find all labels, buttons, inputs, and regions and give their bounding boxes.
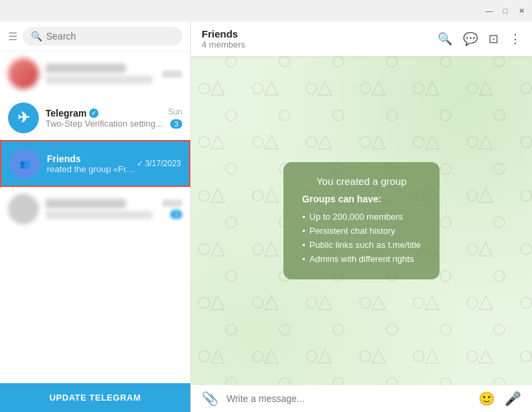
chat-header: Friends 4 members 🔍 💬 ⊡ ⋮ bbox=[191, 21, 532, 56]
message-input-bar: 📎 🙂 🎤 bbox=[191, 385, 532, 412]
hamburger-icon[interactable]: ☰ bbox=[8, 30, 17, 43]
search-bar: ☰ 🔍 bbox=[0, 21, 190, 52]
blurred-name bbox=[46, 199, 126, 208]
list-item: Admins with different rights bbox=[302, 252, 421, 266]
chat-info bbox=[46, 199, 162, 219]
blurred-time bbox=[162, 70, 182, 78]
chat-time: Sun bbox=[168, 107, 182, 117]
chat-meta: Sun 3 bbox=[168, 107, 182, 129]
chat-preview: reated the group «Frie... bbox=[47, 164, 137, 174]
maximize-button[interactable]: □ bbox=[500, 5, 511, 16]
chat-info: Telegram ✓ Two-Step Verification setting… bbox=[46, 108, 168, 129]
list-item[interactable]: 3 bbox=[0, 187, 190, 231]
search-magnifier-icon: 🔍 bbox=[31, 31, 42, 42]
chat-name: Friends bbox=[47, 153, 137, 164]
search-chat-icon[interactable]: 🔍 bbox=[438, 31, 452, 46]
close-button[interactable]: ✕ bbox=[516, 5, 527, 16]
attach-icon[interactable]: 📎 bbox=[202, 391, 218, 407]
list-item[interactable] bbox=[0, 52, 190, 96]
list-item: Up to 200,000 members bbox=[302, 210, 421, 224]
message-input[interactable] bbox=[226, 393, 470, 404]
app-body: ☰ 🔍 ✈ bbox=[0, 21, 532, 412]
info-card-subtitle: Groups can have: bbox=[302, 194, 421, 204]
chat-info: Friends reated the group «Frie... bbox=[47, 153, 137, 174]
avatar: 👥 bbox=[9, 148, 40, 179]
unread-badge: 3 bbox=[170, 119, 182, 129]
list-item[interactable]: ✈ Telegram ✓ Two-Step Verification setti… bbox=[0, 96, 190, 140]
avatar bbox=[8, 194, 39, 224]
messages-area: You created a group Groups can have: Up … bbox=[191, 56, 532, 385]
unread-badge: 3 bbox=[170, 210, 182, 219]
chat-name: Telegram ✓ bbox=[46, 108, 168, 119]
chat-header-info: Friends 4 members bbox=[202, 28, 245, 50]
chat-subtitle: 4 members bbox=[202, 40, 245, 50]
info-card-title: You created a group bbox=[302, 176, 421, 187]
blurred-preview bbox=[46, 76, 153, 84]
chat-meta: ✓ 3/17/2023 bbox=[137, 159, 181, 168]
list-item-friends[interactable]: 👥 Friends reated the group «Frie... ✓ 3/… bbox=[0, 140, 190, 187]
update-telegram-button[interactable]: UPDATE TELEGRAM bbox=[0, 383, 190, 412]
chat-list: ✈ Telegram ✓ Two-Step Verification setti… bbox=[0, 52, 190, 383]
bot-icon[interactable]: 💬 bbox=[463, 31, 478, 46]
sidebar: ☰ 🔍 ✈ bbox=[0, 21, 191, 412]
search-input[interactable] bbox=[46, 31, 174, 42]
blurred-time bbox=[162, 200, 182, 207]
chat-panel: Friends 4 members 🔍 💬 ⊡ ⋮ You created a … bbox=[191, 21, 532, 412]
input-right-icons: 🙂 🎤 bbox=[478, 391, 521, 407]
chat-header-actions: 🔍 💬 ⊡ ⋮ bbox=[438, 31, 521, 46]
group-icon: 👥 bbox=[19, 159, 30, 169]
minimize-button[interactable]: — bbox=[484, 5, 494, 16]
blurred-name bbox=[46, 64, 126, 73]
columns-icon[interactable]: ⊡ bbox=[488, 31, 498, 46]
emoji-icon[interactable]: 🙂 bbox=[478, 391, 495, 407]
list-item: Persistent chat history bbox=[302, 224, 421, 238]
info-card-list: Up to 200,000 members Persistent chat hi… bbox=[302, 210, 421, 266]
chat-meta: 3 bbox=[162, 200, 182, 219]
info-card: You created a group Groups can have: Up … bbox=[283, 162, 440, 279]
more-options-icon[interactable]: ⋮ bbox=[509, 31, 521, 46]
checkmark-icon: ✓ bbox=[137, 159, 143, 168]
microphone-icon[interactable]: 🎤 bbox=[505, 391, 521, 407]
chat-time: 3/17/2023 bbox=[145, 159, 181, 168]
avatar bbox=[8, 58, 39, 89]
list-item: Public links such as t.me/title bbox=[302, 238, 421, 252]
verified-badge: ✓ bbox=[89, 109, 98, 118]
name-text: Telegram bbox=[46, 108, 86, 119]
search-input-wrap[interactable]: 🔍 bbox=[23, 27, 182, 46]
chat-meta bbox=[162, 70, 182, 78]
chat-info bbox=[46, 64, 162, 84]
title-bar: — □ ✕ bbox=[0, 0, 532, 21]
chat-title: Friends bbox=[202, 28, 245, 40]
chat-preview: Two-Step Verification setting... bbox=[46, 119, 168, 129]
blurred-preview bbox=[46, 211, 153, 219]
avatar: ✈ bbox=[8, 102, 39, 133]
